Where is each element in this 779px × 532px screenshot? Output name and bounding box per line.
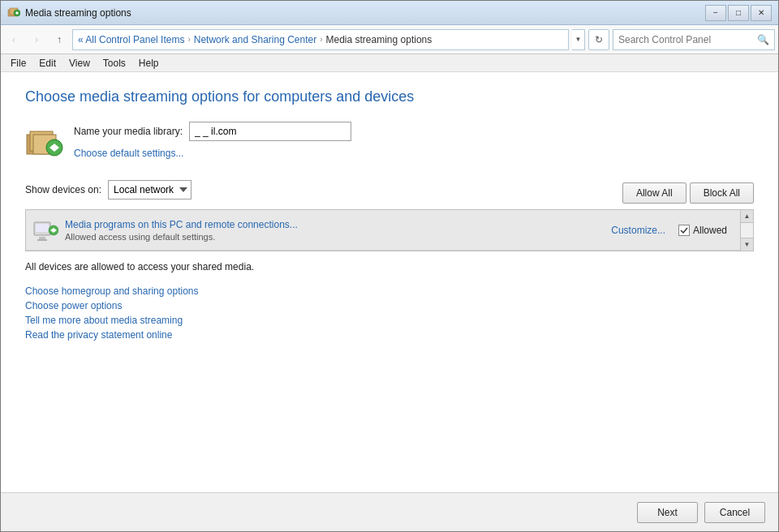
footer: Next Cancel xyxy=(1,492,778,531)
breadcrumb-sep-2: › xyxy=(320,35,322,44)
breadcrumb-network[interactable]: Network and Sharing Center xyxy=(194,34,316,45)
show-devices-row: Show devices on: Local network All netwo… xyxy=(25,180,192,200)
up-button[interactable]: ↑ xyxy=(49,30,69,49)
more-info-link[interactable]: Tell me more about media streaming xyxy=(25,315,754,326)
show-devices-label: Show devices on: xyxy=(25,184,101,195)
menu-view[interactable]: View xyxy=(62,56,97,71)
library-name-row: Name your media library: xyxy=(74,122,351,141)
refresh-button[interactable]: ↻ xyxy=(588,29,609,50)
breadcrumb-all-items[interactable]: « All Control Panel Items xyxy=(78,34,184,45)
breadcrumb-dropdown-arrow[interactable]: ▼ xyxy=(572,29,585,50)
main-content: Choose media streaming options for compu… xyxy=(1,72,778,492)
breadcrumb-sep-1: › xyxy=(187,35,190,44)
devices-list: Media programs on this PC and remote con… xyxy=(25,209,754,251)
device-icon xyxy=(32,217,58,243)
customize-link[interactable]: Customize... xyxy=(611,225,665,236)
search-input[interactable] xyxy=(618,34,757,45)
menu-file[interactable]: File xyxy=(4,56,32,71)
allowed-checkbox[interactable] xyxy=(678,225,690,236)
privacy-link[interactable]: Read the privacy statement online xyxy=(25,329,754,341)
menu-bar: File Edit View Tools Help xyxy=(1,54,778,72)
library-form: Name your media library: Choose default … xyxy=(74,122,351,159)
svg-rect-11 xyxy=(39,237,45,239)
breadcrumb-bar: « All Control Panel Items › Network and … xyxy=(72,29,569,50)
device-allowed-section: Allowed xyxy=(678,225,727,236)
svg-rect-10 xyxy=(36,224,49,232)
close-button[interactable]: ✕ xyxy=(751,5,772,21)
homegroup-link[interactable]: Choose homegroup and sharing options xyxy=(25,285,754,297)
all-devices-text: All devices are allowed to access your s… xyxy=(25,261,754,272)
search-icon[interactable]: 🔍 xyxy=(757,34,769,45)
devices-controls: Show devices on: Local network All netwo… xyxy=(25,180,754,206)
scrollbar[interactable]: ▲ ▼ xyxy=(740,210,753,251)
scroll-up-arrow[interactable]: ▲ xyxy=(741,210,753,223)
forward-button[interactable]: › xyxy=(27,30,46,49)
menu-edit[interactable]: Edit xyxy=(32,56,62,71)
allow-all-button[interactable]: Allow All xyxy=(622,182,686,204)
library-icon xyxy=(25,125,64,164)
allow-block-buttons: Allow All Block All xyxy=(622,182,754,204)
svg-rect-12 xyxy=(37,239,47,241)
power-link[interactable]: Choose power options xyxy=(25,300,754,311)
block-all-button[interactable]: Block All xyxy=(690,182,754,204)
links-section: Choose homegroup and sharing options Cho… xyxy=(25,285,754,341)
allowed-label: Allowed xyxy=(693,225,727,236)
address-bar: ‹ › ↑ « All Control Panel Items › Networ… xyxy=(1,25,778,54)
search-bar: 🔍 xyxy=(613,29,775,50)
title-bar: Media streaming options − □ ✕ xyxy=(1,1,778,25)
breadcrumb-current: Media streaming options xyxy=(326,34,433,45)
library-name-input[interactable] xyxy=(189,122,351,141)
page-title: Choose media streaming options for compu… xyxy=(25,88,754,105)
library-name-label: Name your media library: xyxy=(74,126,183,137)
menu-tools[interactable]: Tools xyxy=(97,56,132,71)
window-title: Media streaming options xyxy=(25,7,705,19)
next-button[interactable]: Next xyxy=(637,502,698,523)
device-description: Allowed access using default settings. xyxy=(65,232,605,242)
default-settings-link[interactable]: Choose default settings... xyxy=(74,148,351,159)
menu-help[interactable]: Help xyxy=(132,56,166,71)
cancel-button[interactable]: Cancel xyxy=(704,502,765,523)
window-icon xyxy=(7,6,20,19)
scroll-down-arrow[interactable]: ▼ xyxy=(741,238,753,251)
back-button[interactable]: ‹ xyxy=(4,30,24,49)
minimize-button[interactable]: − xyxy=(705,5,726,21)
table-row: Media programs on this PC and remote con… xyxy=(26,210,753,251)
device-info: Media programs on this PC and remote con… xyxy=(65,219,605,242)
window-controls: − □ ✕ xyxy=(705,5,772,21)
maximize-button[interactable]: □ xyxy=(728,5,749,21)
device-name-link[interactable]: Media programs on this PC and remote con… xyxy=(65,219,298,230)
show-devices-dropdown[interactable]: Local network All networks xyxy=(108,180,192,200)
library-section: Name your media library: Choose default … xyxy=(25,122,754,164)
